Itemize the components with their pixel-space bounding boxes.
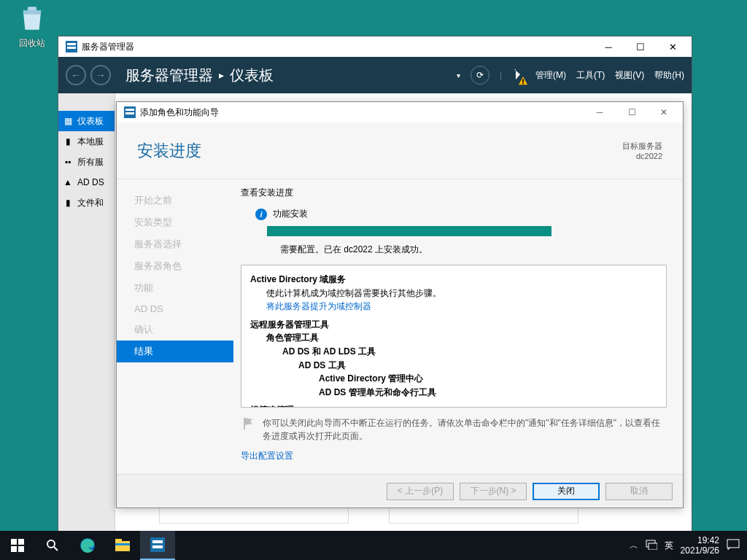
chevron-right-icon: ▸ [219,69,224,81]
menu-view[interactable]: 视图(V) [615,69,644,82]
svg-rect-24 [727,540,739,548]
svg-rect-5 [522,82,524,84]
server-manager-header: ← → 服务器管理器 ▸ 仪表板 ▾ ⟳ | 管理(M) 工具(T) 视图(V)… [58,57,692,93]
taskbar-server-manager[interactable] [140,531,175,560]
taskbar: ︿ 英 19:42 2021/9/26 [0,531,747,560]
separator: | [500,70,502,80]
maximize-button[interactable]: ☐ [624,36,657,57]
svg-rect-2 [67,43,76,45]
result-adds-title: Active Directory 域服务 [250,273,657,287]
result-ad-admin-center: Active Directory 管理中心 [250,372,657,386]
info-icon: i [255,209,267,220]
breadcrumb-current: 仪表板 [230,66,274,85]
export-settings-link[interactable]: 导出配置设置 [241,450,667,462]
servers-icon: ▪▪ [63,157,73,167]
tray-chevron-icon[interactable]: ︿ [630,540,638,552]
svg-rect-17 [115,539,122,542]
dropdown-icon[interactable]: ▾ [457,71,460,79]
sidebar-item-all-servers[interactable]: ▪▪所有服 [58,152,115,172]
result-role-tools: 角色管理工具 [250,331,657,345]
svg-rect-9 [11,539,17,545]
menu-manage[interactable]: 管理(M) [535,69,566,82]
taskbar-search-button[interactable] [35,531,70,560]
tray-action-center-icon[interactable] [727,539,740,553]
wizard-minimize-button[interactable]: ─ [584,102,616,122]
svg-rect-10 [18,539,24,545]
recycle-bin-label: 回收站 [10,37,54,50]
sidebar-item-file-services[interactable]: ▮文件和 [58,192,115,213]
wizard-steps-list: 开始之前 安装类型 服务器选择 服务器角色 功能 AD DS 确认 结果 [117,179,233,474]
taskbar-edge[interactable] [70,531,105,560]
tray-clock[interactable]: 19:42 2021/9/26 [681,535,719,556]
svg-rect-3 [67,47,76,49]
nav-forward-button[interactable]: → [90,65,111,85]
result-adds-lds-tools: AD DS 和 AD LDS 工具 [250,345,657,359]
svg-rect-4 [522,79,524,82]
svg-rect-7 [125,109,134,111]
server-manager-sidebar: ▦仪表板 ▮本地服 ▪▪所有服 ▲AD DS ▮文件和 [58,93,115,531]
sidebar-item-dashboard[interactable]: ▦仪表板 [58,111,115,131]
wizard-step: 服务器角色 [117,255,233,277]
install-status-text: 功能安装 [273,208,308,220]
system-tray[interactable]: ︿ 英 19:42 2021/9/26 [622,535,747,556]
file-icon: ▮ [63,198,73,208]
server-manager-icon [66,41,77,52]
nav-back-button[interactable]: ← [66,65,86,85]
svg-point-13 [47,540,55,548]
wizard-target-server: 目标服务器 dc2022 [622,141,662,160]
menu-tools[interactable]: 工具(T) [576,69,605,82]
result-gpm: 组策略管理 [250,403,657,408]
wizard-titlebar[interactable]: 添加角色和功能向导 ─ ☐ ✕ [117,102,683,122]
result-adds-tools: AD DS 工具 [250,359,657,373]
desktop-recycle-bin[interactable]: 回收站 [10,3,54,50]
result-adds-desc: 使此计算机成为域控制器需要执行其他步骤。 [250,287,657,300]
wizard-step: 服务器选择 [117,233,233,255]
recycle-bin-icon [17,3,47,34]
wizard-step: 确认 [117,319,233,341]
svg-rect-19 [150,537,165,552]
wizard-panel: 查看安装进度 i 功能安装 需要配置。已在 dc2022 上安装成功。 Acti… [233,179,683,474]
svg-rect-16 [115,541,130,551]
warning-icon [518,76,528,86]
taskbar-explorer[interactable] [105,531,140,560]
start-button[interactable] [0,531,35,560]
wizard-close-button[interactable]: ✕ [648,102,680,122]
wizard-cancel-button: 取消 [605,483,673,500]
add-roles-wizard-window: 添加角色和功能向导 ─ ☐ ✕ 安装进度 目标服务器 dc2022 开始之前 安… [116,101,684,508]
wizard-step: AD DS [117,299,233,319]
breadcrumb: 服务器管理器 ▸ 仪表板 [125,66,452,85]
wizard-maximize-button[interactable]: ☐ [616,102,648,122]
refresh-button[interactable]: ⟳ [471,66,489,85]
svg-rect-18 [115,543,130,545]
view-progress-label: 查看安装进度 [241,187,667,199]
tray-ime-lang[interactable]: 英 [665,540,673,552]
wizard-title: 添加角色和功能向导 [140,106,584,119]
notifications-button[interactable] [512,68,525,83]
wizard-icon [124,106,136,118]
wizard-step-results: 结果 [117,341,233,362]
wizard-prev-button: < 上一步(P) [387,483,454,500]
install-results-box[interactable]: Active Directory 域服务 使此计算机成为域控制器需要执行其他步骤… [241,265,667,408]
svg-rect-20 [152,540,163,543]
svg-rect-21 [152,545,163,548]
server-manager-titlebar[interactable]: 服务器管理器 ─ ☐ ✕ [58,36,692,57]
svg-rect-11 [11,546,17,552]
wizard-step: 开始之前 [117,190,233,211]
server-manager-title: 服务器管理器 [82,41,592,53]
result-adds-snapins: AD DS 管理单元和命令行工具 [250,386,657,400]
promote-dc-link[interactable]: 将此服务器提升为域控制器 [250,300,657,314]
config-required-message: 需要配置。已在 dc2022 上安装成功。 [280,244,667,256]
close-button[interactable]: ✕ [657,36,689,57]
install-progress-bar [267,226,551,236]
dashboard-icon: ▦ [63,116,73,126]
minimize-button[interactable]: ─ [592,36,624,57]
svg-rect-23 [649,543,657,550]
sidebar-item-local-server[interactable]: ▮本地服 [58,131,115,152]
wizard-button-bar: < 上一步(P) 下一步(N) > 关闭 取消 [117,474,683,508]
sidebar-item-adds[interactable]: ▲AD DS [58,172,115,192]
breadcrumb-root[interactable]: 服务器管理器 [125,66,213,85]
tray-network-icon[interactable] [646,540,657,552]
menu-help[interactable]: 帮助(H) [654,69,684,82]
wizard-close-action-button[interactable]: 关闭 [533,483,600,500]
svg-rect-0 [28,7,36,10]
